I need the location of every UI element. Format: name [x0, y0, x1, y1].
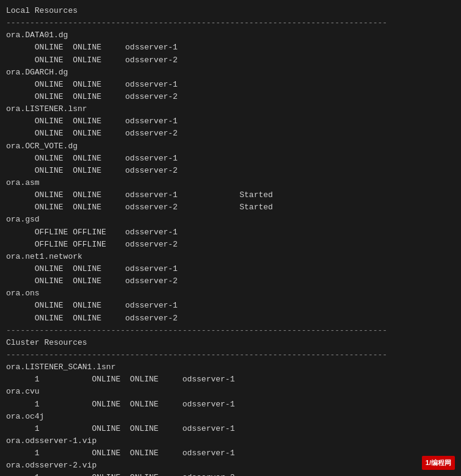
terminal-line: ora.LISTENER.lsnr: [6, 103, 455, 115]
terminal-line: OFFLINE OFFLINE odsserver-2: [6, 239, 455, 251]
terminal-line: OFFLINE OFFLINE odsserver-1: [6, 226, 455, 239]
terminal-line: ora.asm: [6, 177, 455, 189]
terminal-line: ONLINE ONLINE odsserver-1: [6, 300, 455, 312]
terminal-line: ora.OCR_VOTE.dg: [6, 140, 455, 153]
terminal-line: 1 ONLINE ONLINE odsserver-2: [6, 472, 455, 476]
terminal-line: ora.odsserver-2.vip: [6, 460, 455, 472]
terminal-line: ONLINE ONLINE odsserver-2: [6, 275, 455, 287]
watermark: 1/编程网: [422, 456, 455, 470]
terminal-line: ONLINE ONLINE odsserver-1: [6, 263, 455, 275]
terminal-line: ONLINE ONLINE odsserver-2: [6, 91, 455, 103]
terminal-line: ora.oc4j: [6, 411, 455, 423]
terminal-line: ora.DATA01.dg: [6, 29, 455, 41]
terminal-line: ora.DGARCH.dg: [6, 67, 455, 79]
terminal-line: ONLINE ONLINE odsserver-2: [6, 128, 455, 140]
terminal-line: 1 ONLINE ONLINE odsserver-1: [6, 423, 455, 435]
terminal-line: ora.net1.network: [6, 251, 455, 263]
terminal-line: 1 ONLINE ONLINE odsserver-1: [6, 398, 455, 411]
terminal-line: ----------------------------------------…: [6, 325, 455, 337]
terminal-line: ONLINE ONLINE odsserver-2: [6, 54, 455, 67]
terminal-output: Local Resources-------------------------…: [6, 5, 455, 476]
terminal-line: Local Resources: [6, 5, 455, 17]
terminal-line: ONLINE ONLINE odsserver-1: [6, 115, 455, 128]
terminal-line: ONLINE ONLINE odsserver-1: [6, 79, 455, 91]
watermark-brand: 编程网: [431, 459, 451, 466]
terminal-line: 1 ONLINE ONLINE odsserver-1: [6, 447, 455, 460]
terminal-line: 1 ONLINE ONLINE odsserver-1: [6, 373, 455, 386]
terminal-line: ONLINE ONLINE odsserver-1: [6, 153, 455, 165]
terminal-line: ONLINE ONLINE odsserver-2: [6, 165, 455, 177]
terminal-line: ora.odsserver-1.vip: [6, 435, 455, 447]
terminal-line: ----------------------------------------…: [6, 349, 455, 361]
terminal-line: ora.LISTENER_SCAN1.lsnr: [6, 361, 455, 373]
terminal-line: ora.gsd: [6, 214, 455, 226]
watermark-prefix: 1/: [426, 459, 431, 466]
terminal-line: ONLINE ONLINE odsserver-1: [6, 41, 455, 54]
terminal-line: ONLINE ONLINE odsserver-2 Started: [6, 201, 455, 214]
terminal-line: Cluster Resources: [6, 337, 455, 349]
terminal-line: ----------------------------------------…: [6, 17, 455, 29]
terminal-line: ora.cvu: [6, 386, 455, 398]
terminal-line: ONLINE ONLINE odsserver-2: [6, 312, 455, 325]
terminal-line: ONLINE ONLINE odsserver-1 Started: [6, 189, 455, 201]
terminal-line: ora.ons: [6, 287, 455, 300]
